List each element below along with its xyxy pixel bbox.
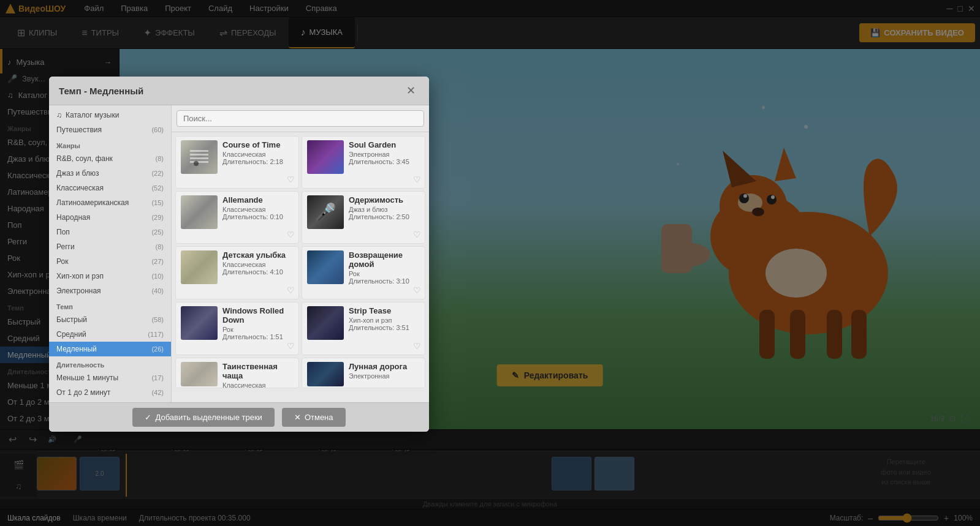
add-tracks-button[interactable]: ✓ Добавить выделенные треки xyxy=(132,408,274,427)
d-fast-label: Быстрый xyxy=(56,315,87,324)
d-slow-count: (26) xyxy=(151,345,164,353)
dialog-travel-item[interactable]: Путешествия (60) xyxy=(49,122,171,137)
dialog-folk[interactable]: Народная(29) xyxy=(49,210,171,225)
track-8-duration: Длительность: 3:51 xyxy=(349,324,420,331)
dialog-electronic[interactable]: Электронная(40) xyxy=(49,284,171,298)
track-course-of-time[interactable]: Course of Time Классическая Длительность… xyxy=(175,136,299,189)
track-3-heart-button[interactable]: ♡ xyxy=(287,230,295,239)
track-7-title: Windows Rolled Down xyxy=(222,306,294,325)
d-pop-count: (25) xyxy=(151,228,164,236)
track-10-info: Лунная дорога Электронная xyxy=(349,362,420,380)
dialog-medium[interactable]: Средний(117) xyxy=(49,327,171,342)
svg-rect-19 xyxy=(190,150,208,152)
track-3-thumb xyxy=(181,195,218,229)
d-rock-count: (27) xyxy=(151,258,164,265)
track-1-info: Course of Time Классическая Длительность… xyxy=(222,140,294,165)
dialog-rock[interactable]: Рок(27) xyxy=(49,254,171,269)
dialog-latin[interactable]: Латиноамериканская(15) xyxy=(49,195,171,210)
dialog-rnb[interactable]: R&B, соул, фанк(8) xyxy=(49,151,171,166)
track-1-title: Course of Time xyxy=(222,140,294,149)
track-strip-tease[interactable]: Strip Tease Хип-хоп и рэп Длительность: … xyxy=(302,302,425,355)
track-allemande[interactable]: Allemande Классическая Длительность: 0:1… xyxy=(175,191,299,244)
track-7-thumb xyxy=(181,306,218,340)
track-6-duration: Длительность: 3:10 xyxy=(349,277,420,285)
d-medium-label: Средний xyxy=(56,330,86,339)
catalog-note-icon: ♫ xyxy=(56,111,62,119)
dialog-classical[interactable]: Классическая(52) xyxy=(49,181,171,195)
track-oderjimosty[interactable]: 🎤 Одержимость Джаз и блюз Длительность: … xyxy=(302,191,425,244)
track-9-thumb xyxy=(181,362,218,386)
track-detskaya[interactable]: Детская улыбка Классическая Длительность… xyxy=(175,246,299,299)
track-2-heart-button[interactable]: ♡ xyxy=(413,175,421,184)
dialog-catalog-item[interactable]: ♫ Каталог музыки xyxy=(49,108,171,122)
track-9-genre: Классическая xyxy=(222,381,294,388)
travel-sidebar-label: Путешествия xyxy=(56,126,102,134)
d-electronic-label: Электронная xyxy=(56,287,101,295)
track-8-title: Strip Tease xyxy=(349,306,420,315)
dialog-title: Темп - Медленный xyxy=(59,86,143,96)
dialog-header: Темп - Медленный ✕ xyxy=(49,77,429,105)
search-bar xyxy=(172,105,429,132)
track-4-thumb: 🎤 xyxy=(307,195,344,229)
track-6-heart-button[interactable]: ♡ xyxy=(413,285,421,295)
dialog-fast[interactable]: Быстрый(58) xyxy=(49,312,171,327)
track-3-info: Allemande Классическая Длительность: 0:1… xyxy=(222,195,294,220)
track-7-heart-button[interactable]: ♡ xyxy=(287,341,295,351)
track-windows[interactable]: Windows Rolled Down Рок Длительность: 1:… xyxy=(175,302,299,355)
track-7-genre: Рок xyxy=(222,326,294,333)
track-2-thumb xyxy=(307,140,344,174)
track-9-info: Таинственная чаща Классическая xyxy=(222,362,294,388)
track-10-thumb xyxy=(307,362,344,386)
svg-point-23 xyxy=(194,161,199,166)
d-rock-label: Рок xyxy=(56,257,68,266)
music-dialog: Темп - Медленный ✕ ♫ Каталог музыки Путе… xyxy=(49,77,429,432)
music-grid: Course of Time Классическая Длительность… xyxy=(172,132,429,402)
dialog-content: Course of Time Классическая Длительность… xyxy=(172,105,429,402)
dialog-slow[interactable]: Медленный(26) xyxy=(49,342,171,356)
track-1-thumb xyxy=(181,140,218,174)
add-tracks-label: Добавить выделенные треки xyxy=(155,413,262,422)
d-less1-label: Меньше 1 минуты xyxy=(56,374,118,382)
track-tainstv[interactable]: Таинственная чаща Классическая xyxy=(175,358,299,388)
d-less1-count: (17) xyxy=(151,374,164,381)
track-8-thumb xyxy=(307,306,344,340)
d-rnb-label: R&B, соул, фанк xyxy=(56,154,113,163)
dialog-1to2[interactable]: От 1 до 2 минут(42) xyxy=(49,385,171,400)
track-3-genre: Классическая xyxy=(222,206,294,213)
dialog-sidebar: ♫ Каталог музыки Путешествия (60) Жанры … xyxy=(49,105,172,402)
track-4-duration: Длительность: 2:50 xyxy=(349,213,420,220)
dialog-hiphop[interactable]: Хип-хоп и рэп(10) xyxy=(49,269,171,284)
dialog-footer: ✓ Добавить выделенные треки ✕ Отмена xyxy=(49,402,429,432)
d-fast-count: (58) xyxy=(151,316,164,323)
dialog-less1[interactable]: Меньше 1 минуты(17) xyxy=(49,370,171,385)
dialog-tempo-heading: Темп xyxy=(49,298,171,312)
dialog-reggae[interactable]: Регги(8) xyxy=(49,239,171,254)
catalog-sidebar-label: Каталог музыки xyxy=(66,111,119,119)
track-2-title: Soul Garden xyxy=(349,140,420,149)
dialog-overlay: Темп - Медленный ✕ ♫ Каталог музыки Путе… xyxy=(0,0,980,526)
track-1-heart-button[interactable]: ♡ xyxy=(287,175,295,184)
track-5-heart-button[interactable]: ♡ xyxy=(287,285,295,295)
dialog-jazz[interactable]: Джаз и блюз(22) xyxy=(49,166,171,181)
track-1-duration: Длительность: 2:18 xyxy=(222,158,294,165)
track-5-duration: Длительность: 4:10 xyxy=(222,268,294,276)
track-4-heart-button[interactable]: ♡ xyxy=(413,230,421,239)
dialog-pop[interactable]: Поп(25) xyxy=(49,225,171,239)
d-rnb-count: (8) xyxy=(156,155,164,162)
track-vozvraschenie[interactable]: Возвращение домой Рок Длительность: 3:10… xyxy=(302,246,425,299)
d-jazz-label: Джаз и блюз xyxy=(56,169,99,178)
d-reggae-count: (8) xyxy=(156,243,164,250)
track-10-title: Лунная дорога xyxy=(349,362,420,371)
dialog-body: ♫ Каталог музыки Путешествия (60) Жанры … xyxy=(49,105,429,402)
dialog-close-button[interactable]: ✕ xyxy=(403,83,419,99)
track-3-title: Allemande xyxy=(222,195,294,205)
d-1to2-label: От 1 до 2 минут xyxy=(56,388,110,397)
mic-thumb-icon: 🎤 xyxy=(315,202,336,222)
track-luna[interactable]: Лунная дорога Электронная xyxy=(302,358,425,388)
track-9-title: Таинственная чаща xyxy=(222,362,294,380)
track-8-heart-button[interactable]: ♡ xyxy=(413,341,421,351)
cancel-button[interactable]: ✕ Отмена xyxy=(282,408,346,427)
d-slow-label: Медленный xyxy=(56,345,97,353)
search-input[interactable] xyxy=(177,110,424,127)
track-soul-garden[interactable]: Soul Garden Электронная Длительность: 3:… xyxy=(302,136,425,189)
